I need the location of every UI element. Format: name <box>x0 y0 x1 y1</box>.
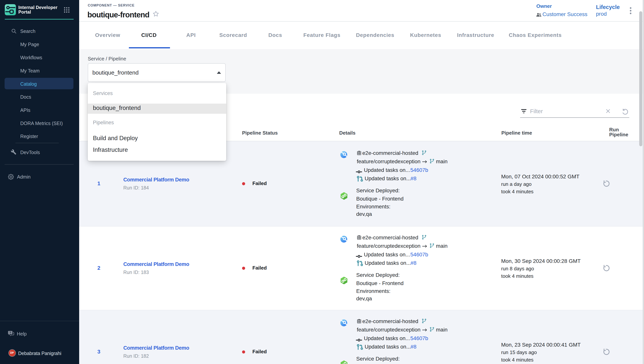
svg-text:?: ? <box>10 331 11 334</box>
